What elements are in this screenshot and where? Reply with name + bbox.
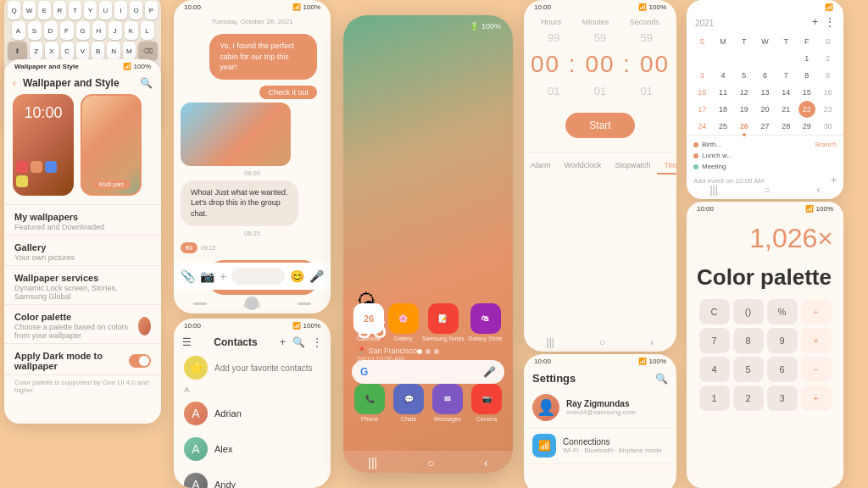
- sw-nav-recent[interactable]: ‹: [650, 336, 654, 348]
- kb-key-shift[interactable]: ⬆: [8, 42, 27, 60]
- cal-d-23[interactable]: 23: [820, 101, 837, 118]
- calendar-more-icon[interactable]: ⋮: [825, 16, 835, 28]
- contact-row-3[interactable]: A Andy: [174, 467, 331, 488]
- cal-d-11[interactable]: 11: [715, 84, 732, 101]
- tab-stopwatch[interactable]: Stopwatch: [608, 158, 657, 175]
- settings-user-row[interactable]: 👤 Ray Zigmundas oneui4@samsung.com: [524, 388, 676, 428]
- calc-btn-add[interactable]: +: [801, 385, 832, 411]
- kb-key-m[interactable]: M: [123, 42, 136, 60]
- calc-btn-9[interactable]: 9: [767, 328, 798, 353]
- cal-nav-home[interactable]: ○: [765, 184, 771, 196]
- nav-back[interactable]: [193, 302, 207, 305]
- kb-key-k[interactable]: K: [125, 21, 138, 40]
- hamburger-icon[interactable]: ☰: [182, 336, 192, 348]
- nav-recent-home[interactable]: ‹: [484, 456, 488, 469]
- kb-key-g[interactable]: G: [76, 21, 90, 40]
- kb-key-q[interactable]: Q: [8, 1, 20, 19]
- menu-my-wallpapers[interactable]: My wallpapers Featured and Downloaded: [4, 204, 161, 235]
- kb-key-d[interactable]: D: [44, 21, 58, 40]
- kb-key-w[interactable]: W: [23, 1, 36, 19]
- calc-btn-3[interactable]: 3: [767, 385, 798, 411]
- cal-d-17[interactable]: 17: [693, 101, 710, 118]
- nav-home[interactable]: [245, 297, 259, 310]
- kb-key-y[interactable]: Y: [84, 1, 97, 19]
- nav-recent[interactable]: [298, 302, 311, 305]
- emoji-icon[interactable]: 😊: [290, 269, 304, 283]
- dock-camera[interactable]: 📷 Camera: [471, 384, 502, 422]
- cal-d-24[interactable]: 24: [693, 118, 710, 135]
- contact-row-2[interactable]: A Alex: [174, 431, 331, 467]
- calc-btn-sub[interactable]: −: [801, 357, 832, 382]
- cal-d-8[interactable]: 8: [798, 67, 815, 84]
- cal-d-26-today[interactable]: 26: [736, 118, 753, 135]
- cal-d-22[interactable]: 22: [798, 101, 815, 118]
- voice-search-icon[interactable]: 🎤: [483, 366, 496, 378]
- app-gallery[interactable]: 🌸 Gallery: [388, 303, 419, 341]
- cal-d-5[interactable]: 5: [736, 67, 753, 84]
- nav-home-btn[interactable]: ○: [427, 456, 434, 469]
- kb-key-t[interactable]: T: [69, 1, 81, 19]
- start-button[interactable]: Start: [565, 113, 634, 138]
- cal-event-birth[interactable]: Birth... Branch: [693, 139, 837, 150]
- cal-d-empty3[interactable]: [736, 50, 753, 67]
- calc-btn-5[interactable]: 5: [733, 357, 764, 382]
- kb-key-b[interactable]: B: [92, 42, 104, 60]
- dock-messages[interactable]: ✉ Messages: [432, 384, 463, 422]
- wallpaper-thumb-2[interactable]: Multi part: [81, 94, 142, 196]
- kb-key-j[interactable]: J: [108, 21, 122, 40]
- sw-nav-back[interactable]: |||: [547, 336, 554, 348]
- cal-d-7[interactable]: 7: [777, 67, 794, 84]
- calc-btn-8[interactable]: 8: [733, 328, 764, 353]
- add-icon[interactable]: +: [220, 269, 226, 283]
- calc-btn-7[interactable]: 7: [699, 328, 730, 353]
- cal-event-meeting[interactable]: Meeting: [693, 161, 837, 172]
- cal-nav-recent[interactable]: ‹: [817, 184, 821, 196]
- wallpaper-thumb-1[interactable]: 10:00: [13, 94, 74, 196]
- menu-dark-mode[interactable]: Apply Dark mode to wallpaper: [4, 343, 161, 374]
- cal-d-25[interactable]: 25: [715, 118, 732, 135]
- dark-mode-toggle[interactable]: [129, 354, 151, 368]
- kb-key-f[interactable]: F: [60, 21, 74, 40]
- calc-btn-c[interactable]: C: [699, 299, 730, 324]
- cal-d-empty4[interactable]: [756, 50, 773, 67]
- kb-key-x[interactable]: X: [45, 42, 58, 60]
- kb-key-z[interactable]: Z: [30, 42, 42, 60]
- calc-btn-paren[interactable]: (): [733, 299, 764, 324]
- cal-d-28[interactable]: 28: [777, 118, 794, 135]
- cal-d-4[interactable]: 4: [715, 67, 732, 84]
- kb-key-a[interactable]: A: [12, 21, 25, 40]
- kb-key-h[interactable]: H: [92, 21, 106, 40]
- calc-btn-div[interactable]: ÷: [801, 299, 832, 324]
- kb-key-v[interactable]: V: [76, 42, 89, 60]
- back-icon[interactable]: ‹: [13, 77, 16, 89]
- cal-d-19[interactable]: 19: [736, 101, 753, 118]
- app-galaxy-store[interactable]: 🛍 Galaxy Store: [468, 303, 502, 341]
- menu-gallery[interactable]: Gallery Your own pictures: [4, 235, 161, 265]
- cal-d-1[interactable]: 1: [798, 50, 815, 67]
- message-text-input[interactable]: [231, 268, 285, 285]
- tab-timer[interactable]: Timer: [657, 158, 676, 175]
- cal-d-12[interactable]: 12: [736, 84, 753, 101]
- calc-btn-mul[interactable]: ×: [801, 328, 832, 353]
- menu-wallpaper-services[interactable]: Wallpaper services Dynamic Lock screen, …: [4, 265, 161, 304]
- cal-d-3[interactable]: 3: [693, 67, 710, 84]
- kb-key-s[interactable]: S: [28, 21, 42, 40]
- home-search-bar[interactable]: G 🎤: [352, 360, 504, 384]
- cal-d-13[interactable]: 13: [756, 84, 773, 101]
- cal-d-2[interactable]: 2: [820, 50, 837, 67]
- cal-d-empty5[interactable]: [777, 50, 794, 67]
- cal-nav-back[interactable]: |||: [709, 184, 717, 196]
- calc-btn-2[interactable]: 2: [733, 385, 764, 411]
- mic-icon[interactable]: 🎤: [309, 269, 324, 283]
- cal-d-27[interactable]: 27: [756, 118, 773, 135]
- camera-icon[interactable]: 📷: [200, 269, 214, 283]
- menu-color-palette[interactable]: Color palette Choose a palette based on …: [4, 304, 161, 343]
- kb-key-p[interactable]: P: [145, 1, 158, 19]
- kb-key-r[interactable]: R: [53, 1, 66, 19]
- kb-key-l[interactable]: L: [141, 21, 154, 40]
- settings-connections-row[interactable]: 📶 Connections Wi-Fi · Bluetooth · Airpla…: [524, 428, 676, 464]
- app-samsung-notes[interactable]: 📝 Samsung Notes: [422, 303, 465, 341]
- calc-btn-1[interactable]: 1: [699, 385, 730, 411]
- kb-key-n[interactable]: N: [107, 42, 120, 60]
- sw-nav-home[interactable]: ○: [599, 336, 605, 348]
